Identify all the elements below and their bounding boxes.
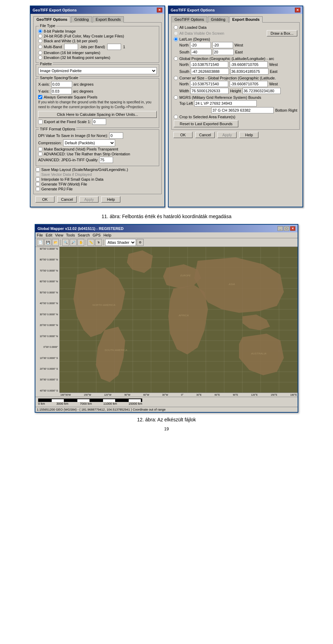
toolbar-btn-zoom-in[interactable]: 🔍 <box>62 239 69 246</box>
toolbar-btn-open[interactable]: 📂 <box>52 239 59 246</box>
radio-mgrs[interactable] <box>174 95 178 100</box>
gp-south-input[interactable] <box>191 68 229 75</box>
menu-search[interactable]: Search <box>78 233 90 237</box>
gm-close-btn[interactable]: ✕ <box>290 226 296 231</box>
all-loaded-row[interactable]: All Loaded Data <box>174 25 297 29</box>
filetype-radio-bw[interactable]: Black and White (1 bit per pixel) <box>38 39 157 43</box>
fixed-scale-input[interactable] <box>92 119 106 125</box>
dialog2-close-btn[interactable]: ✕ <box>295 8 300 12</box>
generate-tfw-check[interactable] <box>36 182 40 186</box>
calc-spacing-btn[interactable]: Click Here to Calculate Spacing in Other… <box>38 111 157 118</box>
palette-select[interactable]: Image Optimized Palette <box>38 67 157 74</box>
filetype-radio-24bit[interactable]: 24-bit RGB (Full Color, May Create Large… <box>38 34 157 38</box>
filetype-radio-multi[interactable]: Multi-Band -bits per Band) 1 <box>38 44 157 50</box>
generate-tfw-row[interactable]: Generate TFW (World) File <box>36 182 159 186</box>
bottom-right-input[interactable] <box>211 107 274 113</box>
save-vector-row[interactable]: Save Vector Data if Displayed <box>36 172 159 177</box>
toolbar-btn-measure[interactable]: 📏 <box>87 239 94 246</box>
toolbar-btn-pan[interactable]: ✋ <box>77 239 84 246</box>
north-input[interactable] <box>190 42 211 48</box>
c-west-input[interactable] <box>230 81 268 87</box>
menu-help[interactable]: Help <box>103 233 111 237</box>
advanced-tile-row[interactable]: ADVANCED: Use Tile Rather than Strip Ori… <box>38 152 157 156</box>
fixed-scale-check[interactable] <box>38 120 43 124</box>
radio-all-loaded[interactable] <box>174 25 178 29</box>
radio-elev32[interactable] <box>38 55 42 60</box>
radio-elev16[interactable] <box>38 51 42 55</box>
top-left-input[interactable] <box>194 100 257 106</box>
dialog2-help-btn[interactable]: Help <box>239 132 258 138</box>
make-bg-check[interactable] <box>38 147 42 151</box>
compression-select[interactable]: Default (Packbits) None LZW Deflate <box>63 139 115 146</box>
menu-file[interactable]: File <box>37 233 43 237</box>
save-map-row[interactable]: Save Map Layout (Scale/Margins/Grid/Lege… <box>36 168 159 172</box>
tab2-gridding[interactable]: Gridding <box>208 16 229 23</box>
menu-gps[interactable]: GPS <box>93 233 101 237</box>
gp-west-input[interactable] <box>230 61 268 68</box>
generate-prj-row[interactable]: Generate PRJ File <box>36 187 159 191</box>
gp-east-input[interactable] <box>230 68 268 75</box>
menu-view[interactable]: View <box>55 233 63 237</box>
gm-maximize-btn[interactable]: □ <box>284 226 289 231</box>
south-input[interactable] <box>191 49 212 55</box>
radio-24bit[interactable] <box>38 34 42 38</box>
global-proj-row[interactable]: Global Projection (Geographic (Latitude/… <box>174 57 297 61</box>
dpi-input[interactable] <box>109 132 123 139</box>
dialog1-cancel-btn[interactable]: Cancel <box>57 196 77 203</box>
latlon-row[interactable]: Lat/Lon (Degrees) <box>174 37 297 41</box>
dialog1-close-btn[interactable]: ✕ <box>157 8 162 12</box>
dialog2-ok-btn[interactable]: OK <box>173 132 193 138</box>
tab2-geotiff-options[interactable]: GeoTIFF Options <box>171 16 207 23</box>
menu-tools[interactable]: Tools <box>66 233 75 237</box>
filetype-radio-elev32[interactable]: Elevation (32 bit floating point samples… <box>38 55 157 60</box>
dialog1-ok-btn[interactable]: OK <box>35 196 54 203</box>
always-square-row[interactable]: Always Generate Square Pixels <box>38 95 157 99</box>
all-visible-radio-row[interactable]: All Data Visible On Screen <box>174 31 265 35</box>
tab-export-bounds[interactable]: Export Bounds <box>93 16 124 23</box>
corner-size-row[interactable]: Corner w/ Size - Global Projection (Geog… <box>174 76 297 80</box>
radio-bw[interactable] <box>38 39 42 43</box>
radio-latlon[interactable] <box>174 37 178 41</box>
crop-row[interactable]: Crop to Selected Area Feature(s) <box>174 115 297 119</box>
gm-minimize-btn[interactable]: _ <box>278 226 283 231</box>
x-axis-input[interactable] <box>51 81 72 87</box>
menu-edit[interactable]: Edit <box>46 233 52 237</box>
multiband-bands-input[interactable] <box>107 44 121 50</box>
multiband-bits[interactable] <box>64 44 78 50</box>
toolbar-btn-1[interactable]: 📄 <box>37 239 44 246</box>
toolbar-btn-select[interactable]: 🖱 <box>95 239 102 246</box>
east-input[interactable] <box>213 49 234 55</box>
tab-gridding[interactable]: Gridding <box>71 16 92 23</box>
filetype-radio-8bit[interactable]: 8-bit Palette Image <box>38 29 157 33</box>
shader-select[interactable]: Atlas Shader <box>105 239 136 246</box>
radio-crop[interactable] <box>174 115 178 119</box>
toolbar-btn-cfg[interactable]: ⚙ <box>137 239 144 246</box>
toolbar-btn-zoom-out[interactable]: 🔎 <box>70 239 77 246</box>
dialog1-help-btn[interactable]: Help <box>101 196 120 203</box>
gm-map-content[interactable]: NORTH AMERICA SOUTH AMERICA EUROPE AFRIC… <box>60 247 298 393</box>
gp-north-input[interactable] <box>190 61 228 68</box>
toolbar-btn-2[interactable]: 💾 <box>44 239 51 246</box>
save-map-check[interactable] <box>36 168 40 172</box>
height-input[interactable] <box>242 88 281 94</box>
c-north-input[interactable] <box>190 81 228 87</box>
always-square-check[interactable] <box>38 95 42 99</box>
mgrs-row[interactable]: MGRS (Military Grid Reference System) Bo… <box>174 95 297 100</box>
jpeg-input[interactable] <box>99 157 113 163</box>
dialog2-cancel-btn[interactable]: Cancel <box>195 132 215 138</box>
y-axis-input[interactable] <box>51 88 72 94</box>
tab2-export-bounds[interactable]: Export Bounds <box>229 16 263 23</box>
radio-multi[interactable] <box>38 45 42 49</box>
draw-box-btn[interactable]: Draw a Box... <box>267 30 297 36</box>
radio-corner[interactable] <box>174 76 178 80</box>
width-input[interactable] <box>190 88 229 94</box>
filetype-radio-elev16[interactable]: Elevation (16 bit integer samples) <box>38 51 157 55</box>
tab-geotiff-options[interactable]: GeoTIFF Options <box>33 16 70 23</box>
interpolate-check[interactable] <box>36 177 40 181</box>
make-bg-row[interactable]: Make Background (Void) Pixels Transparen… <box>38 147 157 151</box>
radio-global-proj[interactable] <box>174 57 178 61</box>
generate-prj-check[interactable] <box>36 187 40 191</box>
reset-btn[interactable]: Reset to Last Exported Bounds <box>174 120 238 127</box>
advanced-tile-check[interactable] <box>38 152 42 156</box>
interpolate-row[interactable]: Interpolate to Fill Small Gaps in Data <box>36 177 159 181</box>
